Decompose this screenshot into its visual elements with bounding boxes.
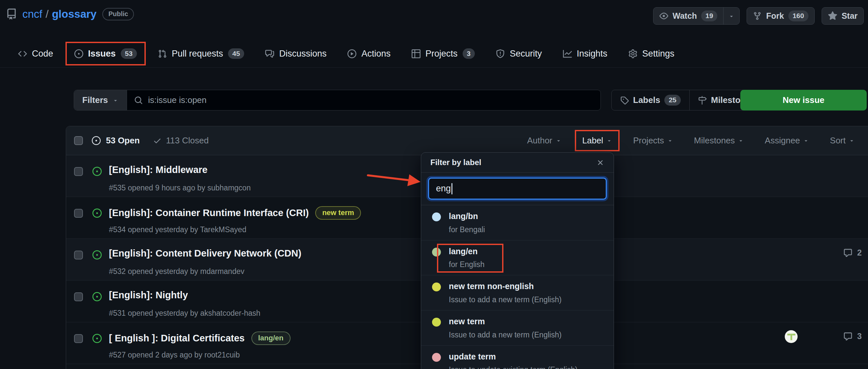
- milestones-filter[interactable]: Milestones: [694, 135, 744, 146]
- shield-icon: [496, 49, 505, 58]
- actions-icon: [347, 49, 356, 58]
- tab-issues[interactable]: Issues 53: [74, 48, 137, 59]
- filter-label: Label: [582, 135, 603, 146]
- projects-filter[interactable]: Projects: [633, 135, 673, 146]
- label-option-new-term[interactable]: new term Issue to add a new term (Englis…: [421, 310, 614, 346]
- issues-count-badge: 53: [121, 48, 137, 59]
- issue-opened-icon: [92, 167, 102, 176]
- issue-opened-icon: [92, 208, 102, 218]
- label-description: Issue to update existing term (English): [449, 365, 604, 369]
- chevron-down-icon: [667, 138, 673, 143]
- star-icon: [828, 11, 837, 21]
- issues-search-input[interactable]: is:issue is:open: [127, 90, 600, 110]
- repo-owner-link[interactable]: cncf: [22, 8, 42, 21]
- sort-filter[interactable]: Sort: [830, 135, 855, 146]
- repo-title: cncf / glossary Public: [6, 8, 134, 21]
- label-description: for English: [449, 260, 604, 270]
- issue-comments[interactable]: 3: [843, 332, 862, 341]
- search-query: is:issue is:open: [148, 95, 207, 105]
- tab-settings[interactable]: Settings: [628, 49, 675, 59]
- label-color-dot: [432, 318, 441, 327]
- issue-checkbox[interactable]: [74, 292, 83, 301]
- repo-name-link[interactable]: glossary: [52, 8, 97, 21]
- issue-label-pill[interactable]: lang/en: [251, 332, 290, 345]
- issue-title-link[interactable]: [English]: Container Runtime Interface (…: [109, 207, 309, 219]
- chevron-down-icon: [803, 138, 809, 143]
- issue-opened-icon: [92, 292, 102, 301]
- tab-actions[interactable]: Actions: [347, 49, 391, 59]
- tab-code[interactable]: Code: [18, 49, 53, 59]
- label-filter[interactable]: Label: [582, 135, 612, 146]
- watch-button[interactable]: Watch 19: [653, 7, 740, 25]
- tab-discussions[interactable]: Discussions: [265, 49, 327, 59]
- fork-button[interactable]: Fork 160: [747, 7, 814, 25]
- filter-label: Sort: [830, 135, 846, 146]
- chevron-down-icon: [556, 138, 561, 143]
- comment-icon: [843, 332, 852, 341]
- issue-meta: #535 opened 9 hours ago by subhamgcon: [109, 183, 251, 192]
- issue-comments[interactable]: 2: [843, 248, 862, 258]
- filter-label: Assignee: [765, 135, 800, 146]
- issue-title-link[interactable]: [English]: Nightly: [109, 290, 188, 301]
- eye-icon: [659, 11, 668, 21]
- discussions-icon: [265, 49, 274, 58]
- star-label: Star: [842, 11, 858, 21]
- label-option-lang-bn[interactable]: lang/bn for Bengali: [421, 205, 614, 240]
- label-name: update term: [449, 351, 604, 362]
- closed-issues-tab[interactable]: 113 Closed: [153, 135, 209, 146]
- assignee-avatar[interactable]: [785, 330, 798, 343]
- filters-label: Filters: [82, 95, 108, 105]
- new-issue-button[interactable]: New issue: [740, 90, 867, 110]
- pull-request-icon: [158, 49, 167, 58]
- label-filter-input[interactable]: eng: [428, 177, 607, 200]
- tab-projects[interactable]: Projects 3: [412, 48, 475, 59]
- label-option-lang-en[interactable]: lang/en for English: [421, 240, 614, 276]
- labels-button[interactable]: Labels 25: [612, 90, 689, 110]
- chevron-down-icon: [113, 97, 119, 103]
- text-cursor: [452, 183, 453, 194]
- issues-list-header: 53 Open 113 Closed Author Label Projects: [66, 126, 868, 155]
- tab-label: Settings: [642, 49, 675, 59]
- tag-icon: [620, 96, 629, 105]
- tab-insights[interactable]: Insights: [563, 49, 608, 59]
- label-description: for Bengali: [449, 225, 604, 235]
- issue-checkbox[interactable]: [74, 250, 83, 260]
- watch-caret-button[interactable]: [723, 7, 739, 24]
- tab-label: Insights: [577, 49, 608, 59]
- issue-label-pill[interactable]: new term: [315, 206, 361, 220]
- tab-pull-requests[interactable]: Pull requests 45: [158, 48, 244, 59]
- select-all-checkbox[interactable]: [74, 136, 83, 145]
- assignee-filter[interactable]: Assignee: [765, 135, 809, 146]
- labels-count: 25: [664, 95, 680, 105]
- fork-label: Fork: [766, 11, 784, 21]
- tab-security[interactable]: Security: [496, 49, 542, 59]
- label-option-new-term-non-english[interactable]: new term non-english Issue to add a new …: [421, 275, 614, 310]
- label-name: lang/bn: [449, 211, 604, 222]
- filter-by-label-dropdown: Filter by label eng lang/bn for Bengali …: [421, 152, 614, 369]
- issue-checkbox[interactable]: [74, 167, 83, 176]
- issue-title-link[interactable]: [ English ]: Digital Certificates: [109, 333, 245, 344]
- comment-count: 3: [857, 332, 862, 341]
- pull-requests-count-badge: 45: [228, 48, 244, 59]
- close-icon[interactable]: [596, 159, 604, 167]
- star-button[interactable]: Star: [822, 7, 864, 25]
- issue-checkbox[interactable]: [74, 209, 83, 218]
- issue-title-link[interactable]: [English]: Middleware: [109, 164, 208, 175]
- check-icon: [153, 136, 161, 145]
- closed-count-label: 113 Closed: [166, 135, 209, 146]
- repo-nav: Code Issues 53 Pull requests 45 Discussi…: [0, 40, 868, 68]
- label-option-update-term[interactable]: update term Issue to update existing ter…: [421, 346, 614, 369]
- issue-opened-icon: [92, 334, 102, 343]
- issue-checkbox[interactable]: [74, 334, 83, 343]
- filters-button[interactable]: Filters: [74, 90, 127, 110]
- issue-title-link[interactable]: [English]: Content Delivery Network (CDN…: [109, 248, 301, 259]
- author-filter[interactable]: Author: [527, 135, 561, 146]
- label-color-dot: [432, 282, 441, 291]
- issue-opened-icon: [92, 250, 102, 260]
- issues-toolbar: Filters is:issue is:open Labels 25 Miles…: [74, 90, 868, 110]
- visibility-badge: Public: [102, 8, 134, 21]
- issue-opened-icon: [74, 49, 83, 58]
- open-count-label: 53 Open: [106, 135, 140, 146]
- labels-label: Labels: [633, 95, 660, 105]
- open-issues-tab[interactable]: 53 Open: [92, 135, 140, 146]
